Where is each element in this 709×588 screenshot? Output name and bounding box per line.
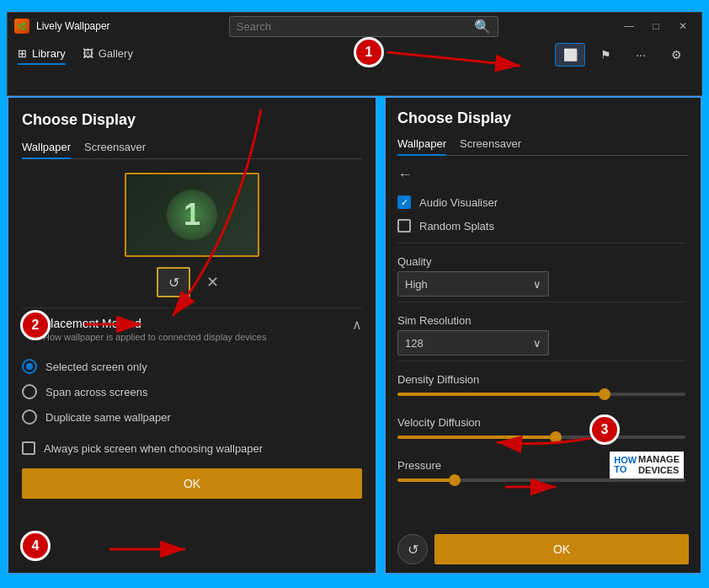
app-icon: 🌿	[14, 19, 29, 34]
sim-resolution-label: Sim Resolution	[397, 307, 685, 330]
rotate-icon-btn[interactable]: ↺	[157, 267, 190, 297]
velocity-diffusion-thumb[interactable]	[550, 431, 562, 443]
radio-span-screens-label: Span across screens	[45, 386, 147, 398]
minimize-button[interactable]: —	[617, 18, 641, 35]
right-tab-row: Wallpaper Screensaver	[397, 137, 689, 156]
left-panel: Choose Display Wallpaper Screensaver 1 ↺…	[7, 96, 377, 575]
nav-library[interactable]: ⊞ Library	[18, 47, 66, 63]
velocity-diffusion-slider-container: Velocity Diffusion	[397, 409, 685, 452]
library-label: Library	[32, 47, 66, 60]
quality-label: Quality	[397, 249, 685, 271]
random-splats-row: Random Splats	[397, 214, 685, 238]
sim-resolution-dropdown[interactable]: 128 ∨	[397, 330, 549, 355]
back-button[interactable]: ←	[397, 166, 413, 184]
random-splats-label: Random Splats	[419, 220, 494, 233]
placement-info: Placement Method How wallpaper is applie…	[43, 317, 266, 342]
preview-glow	[167, 190, 217, 240]
audio-visualiser-checkbox[interactable]: ✓	[397, 195, 411, 209]
radio-duplicate[interactable]: Duplicate same wallpaper	[22, 404, 362, 430]
tab-screensaver-right[interactable]: Screensaver	[460, 137, 521, 155]
divider2	[397, 302, 685, 302]
placement-subtitle: How wallpaper is applied to connected di…	[43, 332, 266, 342]
search-bar[interactable]: 🔍	[229, 16, 498, 37]
title-bar: 🌿 Lively Wallpaper 🔍 — □ ✕	[8, 13, 701, 40]
density-diffusion-slider-container: Density Diffusion	[397, 366, 685, 409]
display-button[interactable]: ⬜	[555, 43, 585, 67]
maximize-button[interactable]: □	[644, 18, 668, 35]
radio-selected-screen[interactable]: Selected screen only	[22, 354, 362, 379]
gallery-icon: 🖼	[83, 47, 93, 60]
pressure-track[interactable]	[397, 478, 685, 482]
nav-right: ⬜ ⚑ ··· ⚙	[555, 43, 691, 67]
always-pick-label: Always pick screen when choosing wallpap…	[44, 442, 263, 455]
reset-button[interactable]: ↺	[397, 534, 428, 564]
control-row: ↺ ✕	[22, 267, 362, 297]
annotation-3: 3	[589, 414, 620, 445]
placement-title: Placement Method	[43, 317, 266, 330]
annotation-4: 4	[20, 531, 51, 561]
settings-button[interactable]: ⚙	[661, 43, 691, 67]
divider3	[397, 361, 685, 361]
more-button[interactable]: ···	[626, 43, 656, 67]
left-tab-row: Wallpaper Screensaver	[22, 141, 362, 159]
watermark-how: HOWTO	[614, 456, 637, 474]
title-bar-left: 🌿 Lively Wallpaper	[14, 19, 110, 34]
quality-value: High	[405, 278, 428, 291]
radio-duplicate-label: Duplicate same wallpaper	[45, 411, 171, 424]
quality-dropdown[interactable]: High ∨	[397, 271, 549, 297]
nav-gallery[interactable]: 🖼 Gallery	[83, 47, 133, 63]
density-diffusion-fill	[397, 393, 605, 396]
random-splats-checkbox[interactable]	[397, 219, 411, 233]
gallery-label: Gallery	[99, 47, 133, 60]
radio-span-screens-circle	[22, 384, 37, 399]
density-diffusion-label: Density Diffusion	[397, 373, 685, 386]
right-ok-button[interactable]: OK	[434, 534, 689, 564]
right-bottom: ↺ OK	[397, 534, 689, 564]
tab-wallpaper-right[interactable]: Wallpaper	[397, 137, 446, 155]
window-controls: — □ ✕	[617, 18, 695, 35]
annotation-1: 1	[354, 37, 384, 67]
nav-left: ⊞ Library 🖼 Gallery	[18, 47, 133, 63]
velocity-diffusion-track[interactable]	[397, 436, 685, 439]
close-button[interactable]: ✕	[671, 18, 695, 35]
placement-header: ⊡ Placement Method How wallpaper is appl…	[22, 307, 362, 347]
expand-icon[interactable]: ∧	[352, 317, 362, 333]
layout-button[interactable]: ⚑	[590, 43, 621, 67]
audio-visualiser-label: Audio Visualiser	[419, 196, 498, 209]
pressure-thumb[interactable]	[449, 474, 461, 486]
velocity-diffusion-label: Velocity Diffusion	[397, 416, 685, 429]
search-input[interactable]	[237, 20, 467, 33]
divider1	[397, 243, 685, 243]
app-title: Lively Wallpaper	[36, 20, 110, 32]
watermark-manage: MANAGEDEVICES	[638, 454, 680, 476]
density-diffusion-track[interactable]	[397, 393, 685, 396]
left-ok-button[interactable]: OK	[22, 468, 362, 499]
remove-wallpaper-btn[interactable]: ✕	[197, 267, 227, 297]
tab-wallpaper-left[interactable]: Wallpaper	[22, 141, 71, 158]
radio-selected-screen-label: Selected screen only	[45, 361, 147, 373]
annotation-2: 2	[20, 310, 51, 340]
library-icon: ⊞	[18, 47, 27, 60]
radio-duplicate-circle	[22, 409, 37, 425]
left-panel-title: Choose Display	[22, 111, 362, 129]
search-icon: 🔍	[474, 19, 491, 35]
placement-left: ⊡ Placement Method How wallpaper is appl…	[22, 317, 266, 342]
always-pick-checkbox[interactable]: Always pick screen when choosing wallpap…	[22, 436, 362, 460]
wallpaper-preview: 1	[125, 173, 259, 257]
sim-resolution-chevron-icon: ∨	[533, 337, 541, 350]
density-diffusion-thumb[interactable]	[599, 388, 610, 400]
always-pick-box	[22, 441, 35, 455]
right-panel: Choose Display Wallpaper Screensaver ← ✓…	[384, 96, 702, 575]
velocity-diffusion-fill	[397, 436, 556, 439]
right-panel-title: Choose Display	[397, 110, 689, 127]
pressure-fill	[397, 478, 455, 482]
watermark: HOWTO MANAGEDEVICES	[610, 452, 684, 478]
tab-screensaver-left[interactable]: Screensaver	[84, 141, 146, 158]
audio-visualiser-row: ✓ Audio Visualiser	[397, 190, 685, 214]
radio-selected-screen-circle	[22, 359, 37, 374]
sim-resolution-value: 128	[405, 337, 424, 350]
quality-chevron-icon: ∨	[533, 278, 541, 291]
radio-span-screens[interactable]: Span across screens	[22, 379, 362, 404]
radio-group: Selected screen only Span across screens…	[22, 347, 362, 436]
